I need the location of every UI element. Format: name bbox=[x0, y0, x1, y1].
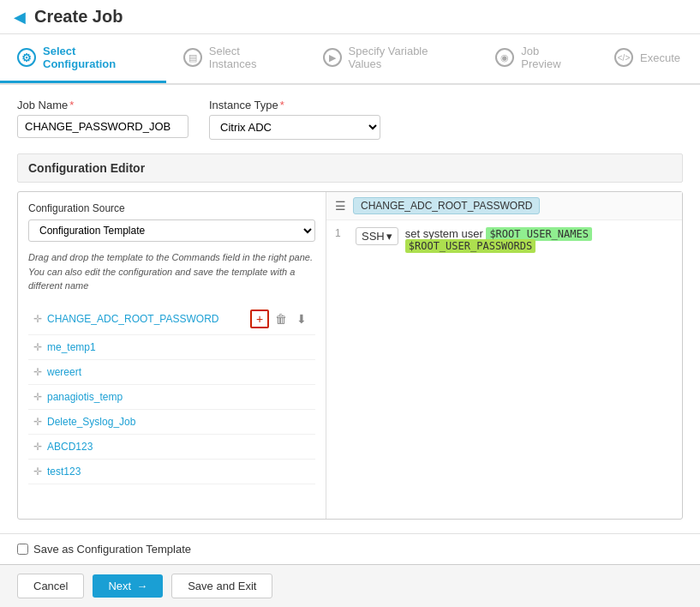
step-icon-configuration: ⚙ bbox=[17, 48, 36, 67]
template-item-name-2: wereert bbox=[47, 366, 310, 378]
step-label-instances: Select Instances bbox=[209, 45, 289, 70]
right-pane: ☰ CHANGE_ADC_ROOT_PASSWORD 1 SSH ▾ set s… bbox=[326, 192, 682, 519]
drag-handle-icon: ✛ bbox=[33, 341, 42, 353]
template-item-active[interactable]: ✛ CHANGE_ADC_ROOT_PASSWORD + 🗑 ⬇ bbox=[28, 304, 315, 335]
list-item[interactable]: ✛ panagiotis_temp bbox=[28, 385, 315, 410]
footer-actions: Cancel Next → Save and Exit bbox=[0, 564, 700, 607]
source-select-row: Configuration TemplateSaved ConfigAdhoc … bbox=[28, 219, 315, 242]
drag-handle-icon: ✛ bbox=[33, 441, 42, 453]
instance-type-label: Instance Type* bbox=[209, 99, 380, 111]
main-content: Job Name* Instance Type* Citrix ADCNetSc… bbox=[0, 85, 700, 533]
list-item[interactable]: ✛ Delete_Syslog_Job bbox=[28, 410, 315, 435]
command-text: set system user $ROOT_USER_NAMES $ROOT_U… bbox=[405, 227, 673, 252]
save-as-template-checkbox[interactable] bbox=[17, 544, 28, 555]
add-template-button[interactable]: + bbox=[250, 310, 269, 328]
template-list: ✛ CHANGE_ADC_ROOT_PASSWORD + 🗑 ⬇ ✛ me_te… bbox=[28, 304, 315, 509]
drag-handle-icon: ✛ bbox=[33, 366, 42, 378]
editor-container: Configuration Source Configuration Templ… bbox=[17, 191, 683, 520]
wizard-steps: ⚙ Select Configuration ▤ Select Instance… bbox=[0, 34, 700, 85]
page: ◀ Create Job ⚙ Select Configuration ▤ Se… bbox=[0, 0, 700, 607]
form-row: Job Name* Instance Type* Citrix ADCNetSc… bbox=[17, 99, 683, 140]
list-item[interactable]: ✛ ABCD123 bbox=[28, 435, 315, 460]
page-title: Create Job bbox=[34, 7, 123, 27]
delete-template-button[interactable]: 🗑 bbox=[272, 310, 290, 328]
item-actions: + 🗑 ⬇ bbox=[250, 310, 310, 328]
step-icon-variables: ▶ bbox=[323, 48, 342, 67]
template-item-name-6: test123 bbox=[47, 466, 310, 478]
line-number: 1 bbox=[335, 227, 349, 239]
page-header: ◀ Create Job bbox=[0, 0, 700, 34]
step-label-variables: Specify Variable Values bbox=[349, 45, 462, 70]
footer-checkbox-row: Save as Configuration Template bbox=[0, 533, 700, 564]
save-as-template-label: Save as Configuration Template bbox=[33, 543, 191, 556]
step-label-execute: Execute bbox=[640, 51, 680, 64]
template-item-name-3: panagiotis_temp bbox=[47, 391, 310, 403]
instance-type-group: Instance Type* Citrix ADCNetScalerOther bbox=[209, 99, 380, 140]
instance-type-select[interactable]: Citrix ADCNetScalerOther bbox=[209, 115, 380, 140]
command-tag: CHANGE_ADC_ROOT_PASSWORD bbox=[353, 197, 540, 214]
hamburger-icon[interactable]: ☰ bbox=[335, 199, 346, 213]
step-label-preview: Job Preview bbox=[521, 45, 580, 70]
configuration-source-select[interactable]: Configuration TemplateSaved ConfigAdhoc … bbox=[28, 219, 315, 242]
back-arrow-icon[interactable]: ◀ bbox=[14, 8, 26, 27]
job-name-input[interactable] bbox=[17, 115, 188, 138]
step-select-configuration[interactable]: ⚙ Select Configuration bbox=[0, 34, 166, 83]
step-label-configuration: Select Configuration bbox=[43, 45, 149, 70]
variable-tag-2: $ROOT_USER_PASSWORDS bbox=[405, 239, 536, 253]
template-item-name-4: Delete_Syslog_Job bbox=[47, 416, 310, 428]
step-job-preview[interactable]: ◉ Job Preview bbox=[478, 34, 597, 83]
step-icon-instances: ▤ bbox=[183, 48, 202, 67]
ssh-dropdown-button[interactable]: SSH ▾ bbox=[356, 227, 398, 245]
template-item-name-0: CHANGE_ADC_ROOT_PASSWORD bbox=[47, 313, 250, 325]
step-select-instances[interactable]: ▤ Select Instances bbox=[166, 34, 306, 83]
step-icon-preview: ◉ bbox=[495, 48, 514, 67]
list-item[interactable]: ✛ wereert bbox=[28, 360, 315, 385]
step-execute[interactable]: </> Execute bbox=[597, 34, 700, 83]
drag-hint-text: Drag and drop the template to the Comman… bbox=[28, 250, 315, 293]
drag-handle-icon: ✛ bbox=[33, 313, 42, 325]
config-editor-label: Configuration Editor bbox=[17, 153, 683, 183]
job-name-group: Job Name* bbox=[17, 99, 188, 140]
template-item-name-5: ABCD123 bbox=[47, 441, 310, 453]
download-template-button[interactable]: ⬇ bbox=[293, 310, 310, 328]
template-item-name-1: me_temp1 bbox=[47, 341, 310, 353]
step-icon-execute: </> bbox=[614, 48, 633, 67]
command-line-1: 1 SSH ▾ set system user $ROOT_USER_NAMES… bbox=[326, 220, 682, 259]
save-and-exit-button[interactable]: Save and Exit bbox=[171, 574, 272, 598]
drag-handle-icon: ✛ bbox=[33, 416, 42, 428]
step-specify-variables[interactable]: ▶ Specify Variable Values bbox=[306, 34, 479, 83]
next-button[interactable]: Next → bbox=[93, 574, 163, 598]
cancel-button[interactable]: Cancel bbox=[17, 574, 84, 598]
list-item[interactable]: ✛ test123 bbox=[28, 460, 315, 484]
job-name-label: Job Name* bbox=[17, 99, 188, 111]
list-item[interactable]: ✛ me_temp1 bbox=[28, 335, 315, 360]
next-arrow-icon: → bbox=[136, 580, 147, 592]
drag-handle-icon: ✛ bbox=[33, 466, 42, 478]
left-pane: Configuration Source Configuration Templ… bbox=[18, 192, 326, 519]
source-label: Configuration Source bbox=[28, 202, 315, 214]
right-pane-toolbar: ☰ CHANGE_ADC_ROOT_PASSWORD bbox=[326, 192, 682, 220]
drag-handle-icon: ✛ bbox=[33, 391, 42, 403]
